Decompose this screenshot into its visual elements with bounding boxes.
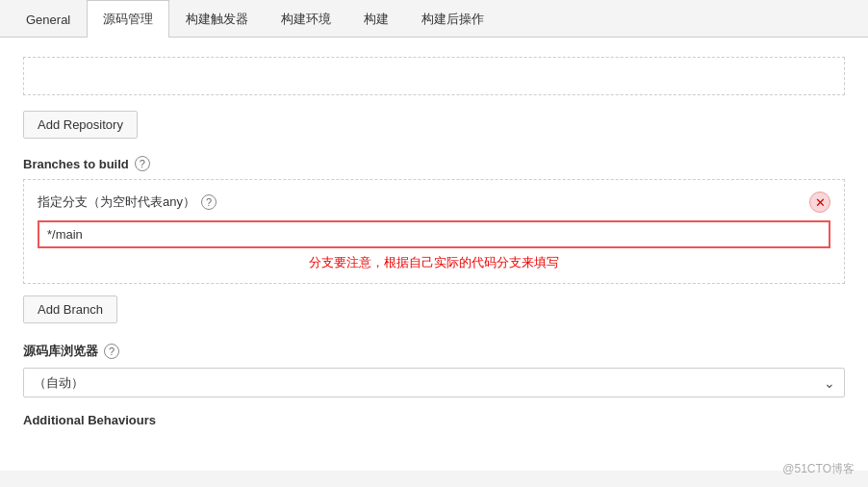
source-browser-section: 源码库浏览器 ? （自动） ⌄ bbox=[23, 343, 845, 397]
tab-build-environment[interactable]: 构建环境 bbox=[265, 0, 347, 38]
tab-post-build[interactable]: 构建后操作 bbox=[405, 0, 500, 38]
tab-bar: General 源码管理 构建触发器 构建环境 构建 构建后操作 bbox=[0, 0, 868, 38]
branch-inner-label: 指定分支（为空时代表any） bbox=[38, 193, 195, 211]
repository-dashed-box bbox=[23, 57, 845, 95]
source-browser-select[interactable]: （自动） bbox=[23, 368, 845, 397]
branches-label-text: Branches to build bbox=[23, 157, 129, 171]
branch-input[interactable] bbox=[38, 220, 830, 248]
add-branch-wrapper: Add Branch bbox=[23, 295, 845, 323]
add-repository-button[interactable]: Add Repository bbox=[23, 111, 138, 139]
remove-branch-button[interactable]: ✕ bbox=[809, 192, 830, 213]
branch-input-wrapper bbox=[38, 220, 830, 248]
source-browser-label: 源码库浏览器 bbox=[23, 343, 98, 360]
branch-input-row bbox=[38, 220, 830, 248]
tab-source-management[interactable]: 源码管理 bbox=[87, 0, 169, 38]
source-browser-label-row: 源码库浏览器 ? bbox=[23, 343, 845, 360]
branch-inner-help-icon[interactable]: ? bbox=[201, 194, 217, 210]
branch-dashed-container: 指定分支（为空时代表any） ? ✕ 分支要注意，根据自己实际的代码分支来填写 bbox=[23, 179, 845, 284]
branch-inner-label-row: 指定分支（为空时代表any） ? ✕ bbox=[38, 192, 830, 213]
tab-build-triggers[interactable]: 构建触发器 bbox=[169, 0, 265, 38]
branches-help-icon[interactable]: ? bbox=[135, 156, 150, 171]
watermark: @51CTO博客 bbox=[782, 461, 855, 471]
tab-build[interactable]: 构建 bbox=[347, 0, 405, 38]
branches-section-label: Branches to build ? bbox=[23, 156, 845, 171]
additional-behaviours-label: Additional Behaviours bbox=[23, 413, 845, 427]
source-browser-select-wrapper: （自动） ⌄ bbox=[23, 368, 845, 397]
add-branch-button[interactable]: Add Branch bbox=[23, 295, 117, 323]
source-browser-help-icon[interactable]: ? bbox=[104, 344, 119, 359]
branch-warning-text: 分支要注意，根据自己实际的代码分支来填写 bbox=[38, 254, 830, 271]
tab-general[interactable]: General bbox=[10, 2, 87, 37]
main-content: Add Repository Branches to build ? 指定分支（… bbox=[0, 38, 868, 471]
